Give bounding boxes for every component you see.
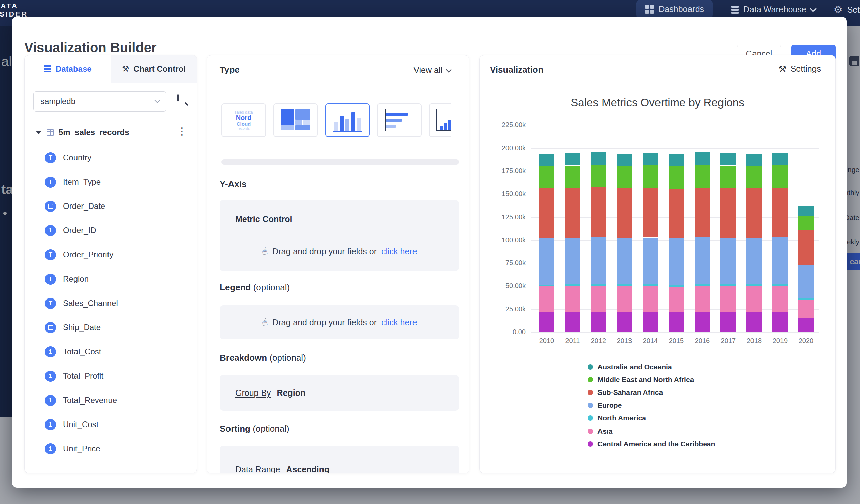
legend-dropzone[interactable]: ☝ Drag and drop your fields or click her… [220, 305, 459, 339]
bar-segment [746, 154, 762, 166]
breakdown-dropzone[interactable]: Group By Region [220, 375, 459, 411]
y-axis-tick-label: 0.00 [489, 328, 526, 336]
tab-chart-control[interactable]: ⚒ Chart Control [111, 55, 197, 83]
chart-type-thumb-histogram[interactable] [429, 103, 451, 137]
bar-segment [746, 188, 762, 237]
bar-segment [772, 237, 788, 284]
chart-type-thumb-column[interactable] [325, 103, 370, 137]
y-axis-tick-label: 150.00k [489, 190, 526, 198]
datasource-select[interactable]: sampledb [33, 91, 167, 112]
field-row[interactable]: TRegion [25, 267, 197, 291]
field-row[interactable]: TOrder_Priority [25, 243, 197, 267]
bar-segment [694, 286, 710, 312]
legend-item[interactable]: Middle East and North Africa [588, 375, 694, 385]
metric-click-here-link[interactable]: click here [382, 247, 417, 256]
field-row[interactable]: 1Unit_Price [25, 437, 197, 461]
text-field-icon: T [45, 152, 56, 163]
nav-dashboards[interactable]: Dashboards [636, 0, 713, 18]
bar-segment [539, 154, 554, 166]
bar-segment [669, 238, 684, 285]
metric-control-title: Metric Control [235, 214, 292, 224]
legend-item[interactable]: Europe [588, 400, 622, 411]
fields-list: TCountryTItem_TypeOrder_Date1Order_IDTOr… [25, 146, 197, 461]
metric-dropzone[interactable]: Metric Control ☝ Drag and drop your fiel… [220, 200, 459, 271]
field-row[interactable]: Order_Date [25, 194, 197, 218]
sorting-heading: Sorting (optional) [220, 423, 289, 434]
field-name: Sales_Channel [63, 299, 118, 308]
bar-segment [669, 285, 684, 287]
bar-segment [772, 188, 788, 237]
bar-segment [720, 286, 736, 312]
nav-settings[interactable]: ⚙ Settings [834, 5, 860, 15]
nav-data-warehouse[interactable]: Data Warehouse [731, 5, 816, 14]
table-menu-button[interactable]: ⋮ [177, 125, 187, 137]
table-tree-header[interactable]: 5m_sales_records [36, 125, 129, 140]
legend-item[interactable]: Central America and the Caribbean [588, 439, 715, 449]
legend-item[interactable]: North America [588, 413, 646, 423]
column-chart-icon [333, 109, 362, 132]
bar-segment [591, 187, 606, 237]
sorting-value: Ascending [286, 464, 329, 473]
hand-pointer-icon: ☝ [261, 317, 269, 328]
chevron-down-icon [446, 67, 452, 72]
number-field-icon: 1 [45, 443, 56, 455]
legend-color-dot [588, 429, 593, 434]
field-row[interactable]: 1Total_Profit [25, 364, 197, 388]
chart-type-scrollbar[interactable] [221, 159, 459, 165]
bar-segment [643, 153, 658, 165]
database-icon [44, 66, 51, 72]
field-row[interactable]: Ship_Date [25, 315, 197, 340]
chart-type-thumb-wordcloud[interactable]: sales data Nord Cloud records [221, 103, 266, 137]
group-by-value: Region [277, 388, 306, 398]
field-row[interactable]: 1Unit_Cost [25, 412, 197, 437]
tab-database[interactable]: Database [25, 55, 111, 83]
search-button[interactable] [177, 95, 190, 109]
chart-type-thumb-bar[interactable] [377, 103, 421, 137]
legend-item[interactable]: Australia and Oceania [588, 362, 672, 372]
field-name: Total_Cost [63, 347, 101, 357]
bar-segment [539, 188, 554, 237]
sorting-dropzone[interactable]: Data Range Ascending [220, 446, 459, 473]
legend-click-here-link[interactable]: click here [382, 317, 417, 327]
bar-segment [591, 284, 606, 286]
bar-segment [720, 237, 736, 284]
bar-segment [591, 152, 606, 164]
page-title: Visualization Builder [24, 40, 157, 55]
chart-type-thumb-treemap[interactable] [273, 103, 318, 137]
field-name: Country [63, 153, 91, 162]
legend-item[interactable]: Asia [588, 426, 612, 436]
field-row[interactable]: 1Total_Revenue [25, 388, 197, 412]
dashboards-grid-icon [645, 5, 654, 14]
field-row[interactable]: TSales_Channel [25, 291, 197, 315]
bar-segment [772, 284, 788, 286]
data-range-link[interactable]: Data Range [235, 464, 280, 473]
gridline [531, 148, 819, 148]
y-axis-tick-label: 175.00k [489, 167, 526, 175]
bar-segment [643, 312, 658, 332]
bar-segment [669, 154, 684, 167]
bar-segment [617, 154, 632, 166]
field-name: Region [63, 274, 89, 284]
database-panel: Database ⚒ Chart Control sampledb 5m_sal… [24, 55, 197, 473]
bar-segment [539, 237, 554, 285]
bar-segment [617, 312, 632, 332]
bar-segment [669, 312, 684, 332]
chevron-down-icon [810, 5, 817, 12]
bar-chart-icon [385, 110, 414, 131]
legend-item[interactable]: Sub-Saharan Africa [588, 387, 663, 398]
field-row[interactable]: 1Total_Cost [25, 340, 197, 364]
field-row[interactable]: TCountry [25, 146, 197, 170]
date-field-icon [45, 201, 56, 212]
caret-down-icon[interactable] [36, 131, 42, 134]
bar-segment [539, 312, 554, 332]
field-row[interactable]: TItem_Type [25, 170, 197, 194]
treemap-icon [281, 110, 310, 131]
bar-segment [798, 205, 814, 216]
group-by-link[interactable]: Group By [235, 388, 271, 398]
bar-segment [565, 166, 580, 188]
view-all-button[interactable]: View all [414, 66, 450, 75]
bar-segment [617, 237, 632, 285]
field-row[interactable]: 1Order_ID [25, 218, 197, 243]
type-heading: Type [220, 65, 240, 75]
bar-segment [643, 188, 658, 237]
